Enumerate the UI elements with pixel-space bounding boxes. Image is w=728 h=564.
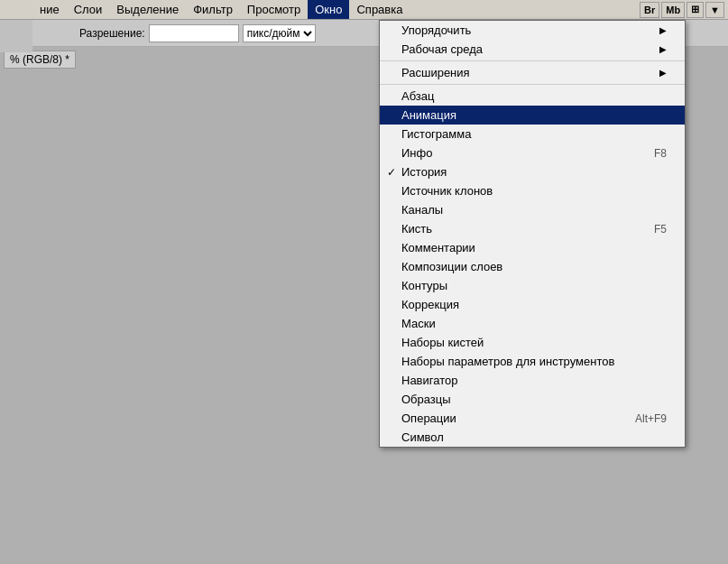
- menu-correction[interactable]: Коррекция: [380, 295, 685, 314]
- menu-item-filter[interactable]: Фильтр: [186, 0, 240, 19]
- menu-channels[interactable]: Каналы: [380, 200, 685, 219]
- menu-paragraph[interactable]: Абзац: [380, 87, 685, 106]
- menubar-right: Br Mb ⊞ ▼: [640, 2, 728, 18]
- menubar: ние Слои Выделение Фильтр Просмотр Окно …: [0, 0, 728, 20]
- menu-item-selection[interactable]: Выделение: [109, 0, 186, 19]
- menu-symbol[interactable]: Символ: [380, 428, 685, 447]
- brush-shortcut: F5: [654, 223, 667, 236]
- menu-item-view[interactable]: Просмотр: [240, 0, 308, 19]
- menu-navigator[interactable]: Навигатор: [380, 371, 685, 390]
- menu-brush-presets[interactable]: Наборы кистей: [380, 333, 685, 352]
- br-icon-button[interactable]: Br: [640, 2, 659, 18]
- menu-comments[interactable]: Комментарии: [380, 238, 685, 257]
- menu-animation[interactable]: Анимация: [380, 106, 685, 125]
- menu-tool-presets[interactable]: Наборы параметров для инструментов: [380, 352, 685, 371]
- resolution-label: Разрешение:: [79, 27, 145, 40]
- arrow-icon-button[interactable]: ▼: [705, 2, 724, 18]
- menu-brush[interactable]: Кисть F5: [380, 219, 685, 238]
- menu-swatches[interactable]: Образцы: [380, 390, 685, 409]
- menu-clone-source[interactable]: Источник клонов: [380, 181, 685, 200]
- menu-item-layers[interactable]: Слои: [67, 0, 110, 19]
- menu-item-help[interactable]: Справка: [349, 0, 410, 19]
- menu-history[interactable]: История: [380, 162, 685, 181]
- separator-1: [380, 60, 685, 61]
- resolution-input[interactable]: [149, 24, 239, 42]
- menu-paths[interactable]: Контуры: [380, 276, 685, 295]
- menu-extensions[interactable]: Расширения: [380, 63, 685, 82]
- dropdown-menu: Упорядочить Рабочая среда Расширения Абз…: [379, 20, 686, 448]
- menu-arrange[interactable]: Упорядочить: [380, 21, 685, 40]
- menu-item-window[interactable]: Окно: [308, 0, 349, 19]
- menu-info[interactable]: Инфо F8: [380, 143, 685, 162]
- menu-workspace[interactable]: Рабочая среда: [380, 40, 685, 59]
- menu-layer-comps[interactable]: Композиции слоев: [380, 257, 685, 276]
- menu-actions[interactable]: Операции Alt+F9: [380, 409, 685, 428]
- unit-select[interactable]: пикс/дюйм: [243, 24, 316, 42]
- separator-2: [380, 84, 685, 85]
- mb-icon-button[interactable]: Mb: [661, 2, 685, 18]
- menu-histogram[interactable]: Гистограмма: [380, 125, 685, 143]
- actions-shortcut: Alt+F9: [635, 412, 667, 425]
- menu-masks[interactable]: Маски: [380, 314, 685, 333]
- menu-item-nie[interactable]: ние: [32, 0, 67, 19]
- grid-icon-button[interactable]: ⊞: [687, 2, 704, 18]
- info-shortcut: F8: [654, 147, 667, 160]
- canvas-tab: % (RGB/8) *: [4, 51, 76, 69]
